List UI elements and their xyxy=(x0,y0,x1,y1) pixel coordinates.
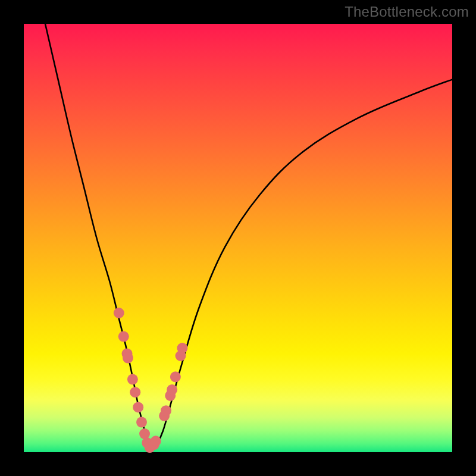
marker-dot xyxy=(127,374,138,385)
marker-dot xyxy=(170,371,181,382)
marker-dot xyxy=(114,308,124,318)
marker-dot xyxy=(151,436,161,446)
marker-group xyxy=(114,308,188,453)
plot-area xyxy=(24,24,452,452)
marker-dot xyxy=(177,343,187,353)
marker-dot xyxy=(161,405,171,416)
marker-dot xyxy=(118,331,129,342)
marker-dot xyxy=(136,417,147,428)
watermark-text: TheBottleneck.com xyxy=(345,4,469,20)
marker-dot xyxy=(133,402,143,412)
marker-dot xyxy=(130,387,140,397)
chart-frame: TheBottleneck.com xyxy=(0,0,476,476)
marker-dot xyxy=(139,428,150,439)
marker-dot xyxy=(123,353,133,364)
marker-dot xyxy=(167,384,177,395)
bottleneck-curve xyxy=(45,24,452,449)
curve-svg xyxy=(24,24,452,452)
